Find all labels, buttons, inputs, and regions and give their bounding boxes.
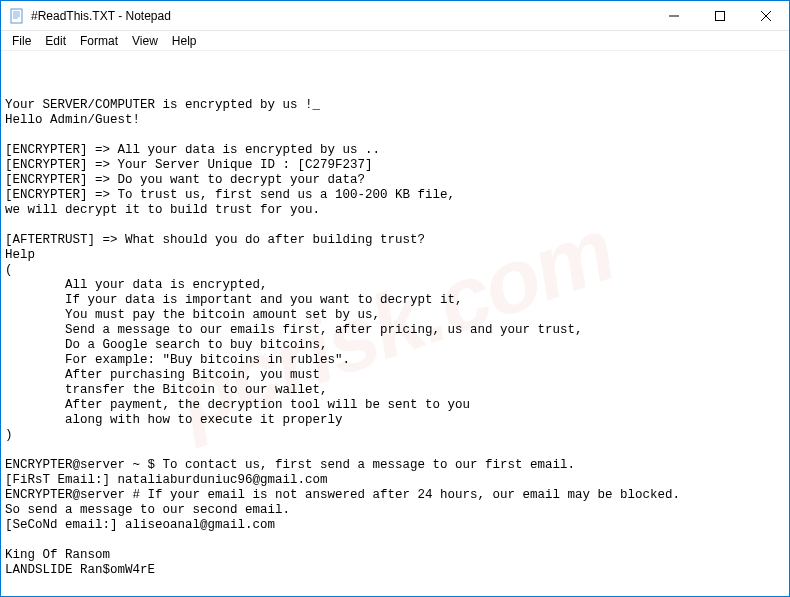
- close-button[interactable]: [743, 1, 789, 30]
- text-content: Your SERVER/COMPUTER is encrypted by us …: [5, 98, 785, 578]
- notepad-window: #ReadThis.TXT - Notepad File Edit: [0, 0, 790, 597]
- titlebar: #ReadThis.TXT - Notepad: [1, 1, 789, 31]
- maximize-icon: [715, 11, 725, 21]
- menu-help[interactable]: Help: [165, 32, 204, 50]
- minimize-button[interactable]: [651, 1, 697, 30]
- menu-file[interactable]: File: [5, 32, 38, 50]
- svg-rect-6: [716, 11, 725, 20]
- close-icon: [761, 11, 771, 21]
- menu-format[interactable]: Format: [73, 32, 125, 50]
- menu-view[interactable]: View: [125, 32, 165, 50]
- window-title: #ReadThis.TXT - Notepad: [31, 9, 651, 23]
- notepad-icon: [9, 8, 25, 24]
- menubar: File Edit Format View Help: [1, 31, 789, 51]
- window-controls: [651, 1, 789, 30]
- menu-edit[interactable]: Edit: [38, 32, 73, 50]
- maximize-button[interactable]: [697, 1, 743, 30]
- text-area[interactable]: pcrisk.com Your SERVER/COMPUTER is encry…: [1, 51, 789, 596]
- minimize-icon: [669, 11, 679, 21]
